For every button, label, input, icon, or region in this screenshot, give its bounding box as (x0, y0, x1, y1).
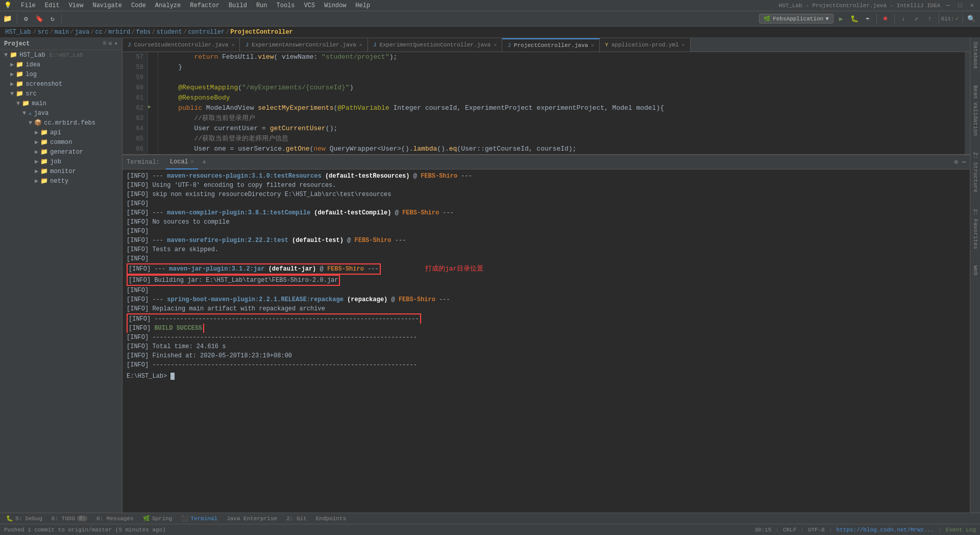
sidebar-web[interactable]: Web (971, 263, 979, 278)
tab-experiment-answer[interactable]: J ExperimentAnswerController.java ✕ (240, 38, 368, 52)
tree-item-monitor[interactable]: ▶ 📁 monitor (0, 166, 122, 176)
project-icon-minimize[interactable]: ▾ (114, 40, 118, 47)
menu-window[interactable]: Window (320, 1, 350, 10)
menu-file[interactable]: File (17, 1, 40, 10)
bottom-tab-debug[interactable]: 🐛 5: Debug (2, 514, 46, 523)
tab-application-prod[interactable]: Y application-prod.yml ✕ (600, 38, 691, 52)
project-icon-close[interactable]: ⊙ (109, 40, 112, 47)
bottom-tab-terminal[interactable]: ⬛ Terminal (177, 514, 222, 523)
run-btn[interactable]: ▶ (836, 13, 847, 25)
coverage-btn[interactable]: ☂ (862, 13, 873, 25)
menu-code[interactable]: Code (127, 1, 150, 10)
tab-close-experiment-answer[interactable]: ✕ (359, 42, 362, 48)
code-content[interactable]: return FebsUtil. view ( viewName: "stude… (158, 52, 965, 154)
terminal-prompt[interactable]: E:\HST_Lab> (127, 372, 966, 381)
search-btn[interactable]: 🔍 (966, 13, 977, 25)
event-log[interactable]: Event Log (946, 527, 976, 533)
debug-btn[interactable]: 🐛 (849, 13, 860, 25)
tab-experiment-question[interactable]: J ExperimentQuestionController.java ✕ (368, 38, 502, 52)
tree-item-screenshot[interactable]: ▶ 📁 screenshot (0, 79, 122, 89)
tree-item-api[interactable]: ▶ 📁 api (0, 128, 122, 137)
tree-label-package: cc.mrbird.febs (44, 119, 95, 127)
menu-view[interactable]: View (65, 1, 88, 10)
tab-close-application-prod[interactable]: ✕ (682, 42, 685, 48)
tree-item-job[interactable]: ▶ 📁 job (0, 157, 122, 166)
breadcrumb-part-1[interactable]: src (38, 29, 49, 36)
tree-item-common[interactable]: ▶ 📁 common (0, 137, 122, 147)
menu-help[interactable]: Help (351, 1, 374, 10)
tree-item-root[interactable]: ▼ 📁 HST_Lab E:\HST_Lab (0, 50, 122, 60)
tree-label-api: api (50, 129, 61, 136)
menu-build[interactable]: Build (225, 1, 251, 10)
tree-item-generator[interactable]: ▶ 📁 generator (0, 147, 122, 157)
menu-tools[interactable]: Tools (273, 1, 299, 10)
git-commit-btn[interactable]: ✓ (911, 13, 922, 25)
breadcrumb-part-6[interactable]: febs (136, 29, 151, 36)
window-maximize[interactable]: □ (957, 2, 964, 9)
terminal-minimize[interactable]: — (962, 159, 966, 166)
menu-navigate[interactable]: Navigate (88, 1, 126, 10)
git-push-btn[interactable]: ↑ (924, 13, 936, 25)
tree-item-main[interactable]: ▼ 📁 main (0, 99, 122, 108)
settings-toolbar-btn[interactable]: ⚙ (20, 13, 32, 25)
sidebar-bean-validation[interactable]: Bean Validation (971, 83, 979, 138)
window-minimize[interactable]: ─ (944, 2, 952, 9)
bottom-tab-todo[interactable]: 6: TODO 0: (47, 515, 91, 523)
project-icon-settings[interactable]: ≡ (103, 40, 106, 47)
window-close[interactable]: ✕ (968, 2, 976, 9)
tab-close-experiment-question[interactable]: ✕ (494, 42, 497, 48)
sidebar-structure[interactable]: Z: Structure (971, 150, 979, 194)
toolbar: 📁 ⚙ 🔖 ↻ 🌿 FebsApplication ▼ ▶ 🐛 ☂ ■ ↓ ✓ … (0, 11, 980, 27)
bottom-tab-messages[interactable]: 0: Messages (92, 515, 138, 523)
menu-analyze[interactable]: Analyze (151, 1, 185, 10)
terminal-settings[interactable]: ⚙ (954, 158, 958, 166)
sidebar-database[interactable]: Database (971, 40, 979, 71)
run-config-selector[interactable]: 🌿 FebsApplication ▼ (759, 14, 834, 23)
breadcrumb-part-7[interactable]: student (157, 29, 182, 36)
breadcrumb-part-0[interactable]: HST_Lab (4, 29, 32, 36)
bottom-tab-endpoints[interactable]: Endpoints (312, 515, 350, 523)
line-separator[interactable]: CRLF (783, 527, 796, 533)
tree-item-package[interactable]: ▼ 📦 cc.mrbird.febs (0, 118, 122, 128)
expand-icon: ▶ (35, 167, 38, 175)
tree-item-log[interactable]: ▶ 📁 log (0, 69, 122, 79)
tab-close-project-controller[interactable]: ✕ (591, 42, 594, 48)
menu-edit[interactable]: Edit (41, 1, 64, 10)
breadcrumb-part-2[interactable]: main (54, 29, 69, 36)
menu-refactor[interactable]: Refactor (186, 1, 224, 10)
menu-vcs[interactable]: VCS (300, 1, 320, 10)
git-update-btn[interactable]: ↓ (898, 13, 909, 25)
menu-run[interactable]: Run (252, 1, 272, 10)
tab-project-controller[interactable]: J ProjectController.java ✕ (502, 38, 600, 52)
vertical-scrollbar[interactable] (965, 52, 970, 154)
url-link[interactable]: https://blog.csdn.net/MrWz... (837, 527, 934, 533)
terminal-tab-local[interactable]: Local ✕ (166, 155, 198, 169)
terminal-add-tab[interactable]: + (200, 158, 208, 166)
bottom-tab-spring[interactable]: 🌿 Spring (139, 514, 177, 523)
run-marker[interactable]: ▶ (148, 103, 158, 113)
breadcrumb-part-9[interactable]: ProjectController (230, 29, 292, 36)
bottom-tab-git[interactable]: 2: Git (282, 515, 311, 523)
tab-course-student[interactable]: J CourseStudentController.java ✕ (122, 38, 240, 52)
toolbar-separator-4 (894, 14, 895, 23)
tree-item-src[interactable]: ▼ 📁 src (0, 89, 122, 99)
tree-item-java[interactable]: ▼ ☕ java (0, 108, 122, 118)
stop-btn[interactable]: ■ (880, 13, 891, 25)
tree-item-idea[interactable]: ▶ 📁 idea (0, 60, 122, 69)
encoding[interactable]: UTF-8 (808, 527, 825, 533)
code-editor[interactable]: 57 58 59 60 61 62 63 64 65 66 ▶ (122, 52, 970, 154)
tree-item-netty[interactable]: ▶ 📁 netty (0, 176, 122, 186)
bookmark-btn[interactable]: 🔖 (34, 13, 45, 25)
line-61: 61 (127, 93, 143, 103)
line-col[interactable]: 38:15 (754, 527, 771, 533)
breadcrumb-part-8[interactable]: controller (188, 29, 225, 36)
breadcrumb-part-3[interactable]: java (75, 29, 89, 36)
breadcrumb-part-5[interactable]: mrbird (108, 29, 130, 36)
expand-icon: ▼ (4, 52, 8, 59)
bottom-tab-java-enterprise[interactable]: Java Enterprise (223, 515, 281, 523)
tab-close-course-student[interactable]: ✕ (231, 42, 234, 48)
sidebar-favorites[interactable]: 2: Favorites (971, 207, 979, 251)
terminal-line-3: [INFO] skip non existing resourceDirecto… (127, 190, 966, 199)
breadcrumb-part-4[interactable]: cc (95, 29, 102, 36)
refresh-btn[interactable]: ↻ (47, 13, 58, 25)
